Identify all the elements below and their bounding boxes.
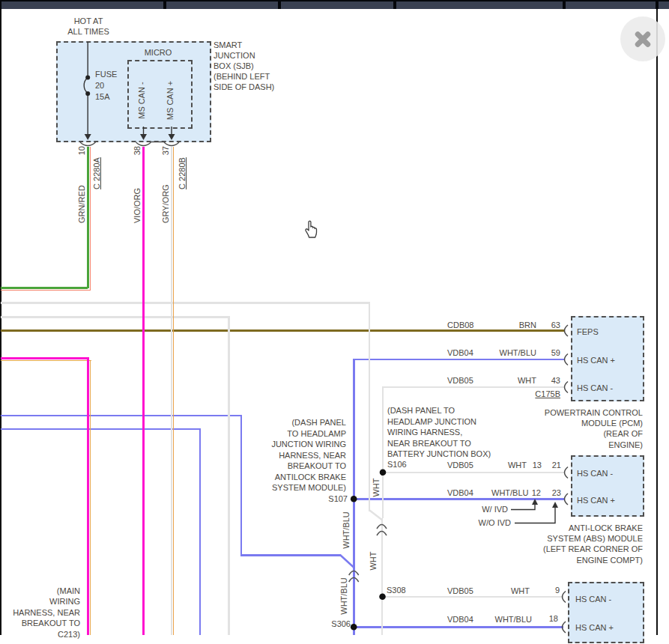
wiring-diagram-viewer: HOT AT ALL TIMES SMART JUNCTION BOX (SJB… — [0, 0, 669, 644]
bottom-bar-segment[interactable] — [166, 1, 278, 9]
whtblu-wire-diagonal — [340, 555, 354, 568]
bottom-bar-segment[interactable] — [566, 1, 656, 9]
bottom-panel-bar — [0, 0, 669, 9]
without-ivd-arrowhead — [552, 502, 558, 508]
fuse-bottom-terminal — [85, 91, 90, 96]
connector-c2280b-symbol — [136, 142, 180, 146]
wht-wire-diagonal — [369, 510, 382, 520]
fuse-top-terminal — [85, 76, 90, 80]
with-ivd-arrow — [511, 503, 535, 510]
wire-break-wht — [377, 525, 387, 536]
sjb-output-arrowheads — [85, 134, 175, 140]
splice-s107-dot — [351, 496, 357, 502]
fuse-symbol — [84, 42, 172, 135]
bottom-bar-segment[interactable] — [281, 1, 393, 9]
bottom-bar-segment[interactable] — [1, 1, 163, 9]
with-ivd-arrowhead — [532, 499, 538, 505]
hand-cursor-icon — [306, 221, 317, 237]
splice-s308-dot — [379, 594, 386, 601]
bottom-bar-segment[interactable] — [396, 1, 563, 9]
splice-s106-dot — [380, 470, 387, 476]
diagram-symbols — [0, 0, 669, 644]
wire-break-whtblu — [349, 571, 359, 583]
bottom-bar-segment[interactable] — [659, 1, 669, 9]
close-button[interactable] — [620, 16, 665, 61]
connector-c2280a-symbol — [80, 142, 96, 146]
splice-s306-dot — [351, 624, 357, 631]
module-pin-connector-arcs — [563, 325, 569, 633]
